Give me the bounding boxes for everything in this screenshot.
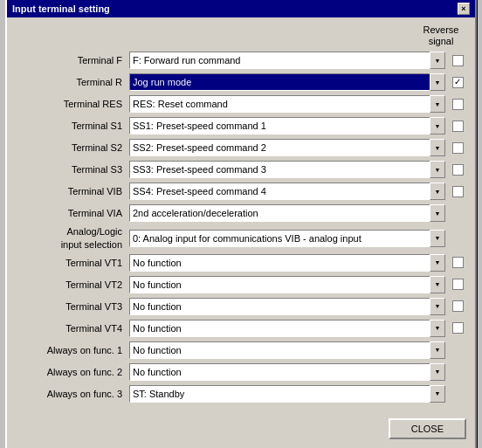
- select-wrapper-terminal-f: F: Forward run command: [129, 52, 445, 69]
- select-terminal-vt4[interactable]: No function: [129, 320, 445, 337]
- label-always-on-2: Always on func. 2: [16, 367, 129, 377]
- select-wrapper-terminal-via: 2nd acceleration/deceleration: [129, 204, 445, 222]
- select-terminal-r[interactable]: Jog run mode: [129, 73, 445, 91]
- checkbox-terminal-vt3[interactable]: [452, 300, 464, 312]
- label-terminal-f: Terminal F: [16, 55, 129, 65]
- checkbox-terminal-res[interactable]: [452, 99, 464, 110]
- checkbox-cell-terminal-s3: [449, 164, 466, 176]
- row-always-on-1: Always on func. 1No function: [16, 341, 466, 360]
- select-terminal-vt3[interactable]: No function: [129, 298, 445, 315]
- select-wrapper-always-on-1: No function: [129, 341, 445, 359]
- label-terminal-s2: Terminal S2: [16, 142, 129, 153]
- select-wrapper-analog-logic: 0: Analog input for communications VIB -…: [129, 230, 445, 247]
- row-terminal-r: Terminal RJog run mode: [16, 72, 466, 92]
- checkbox-cell-terminal-s2: [449, 142, 466, 154]
- dialog-title: Input terminal setting: [12, 3, 110, 14]
- select-wrapper-terminal-r: Jog run mode: [129, 73, 445, 91]
- select-terminal-vib[interactable]: SS4: Preset-speed command 4: [129, 183, 445, 200]
- select-always-on-1[interactable]: No function: [129, 341, 445, 359]
- row-terminal-vt3: Terminal VT3No function: [16, 297, 466, 316]
- label-terminal-r: Terminal R: [16, 77, 129, 87]
- row-analog-logic: Analog/Logicinput selection0: Analog inp…: [16, 225, 466, 251]
- row-always-on-2: Always on func. 2No function: [16, 362, 466, 382]
- row-terminal-s1: Terminal S1SS1: Preset-speed command 1: [16, 116, 466, 135]
- select-analog-logic[interactable]: 0: Analog input for communications VIB -…: [129, 230, 445, 247]
- label-always-on-3: Always on func. 3: [16, 389, 129, 399]
- checkbox-terminal-r[interactable]: [452, 77, 464, 88]
- label-terminal-vt1: Terminal VT1: [16, 258, 129, 268]
- checkbox-cell-terminal-res: [449, 99, 466, 110]
- title-bar-close-button[interactable]: ×: [458, 3, 470, 15]
- row-terminal-f: Terminal FF: Forward run command: [16, 51, 466, 70]
- select-wrapper-terminal-s1: SS1: Preset-speed command 1: [129, 117, 445, 134]
- label-terminal-vib: Terminal VIB: [16, 186, 129, 196]
- label-terminal-vt3: Terminal VT3: [16, 301, 129, 312]
- checkbox-cell-terminal-s1: [449, 121, 466, 132]
- label-terminal-vt2: Terminal VT2: [16, 279, 129, 290]
- select-terminal-vt2[interactable]: No function: [129, 276, 445, 293]
- select-wrapper-terminal-s2: SS2: Preset-speed command 2: [129, 139, 445, 156]
- row-terminal-vt1: Terminal VT1No function: [16, 253, 466, 272]
- select-wrapper-terminal-vt3: No function: [129, 298, 445, 315]
- row-terminal-res: Terminal RESRES: Reset command: [16, 94, 466, 114]
- select-terminal-s1[interactable]: SS1: Preset-speed command 1: [129, 117, 445, 134]
- label-analog-logic: Analog/Logicinput selection: [16, 225, 129, 251]
- reverse-signal-header: Reversesignal: [16, 24, 466, 47]
- checkbox-cell-terminal-vt3: [449, 300, 466, 312]
- row-terminal-s3: Terminal S3SS3: Preset-speed command 3: [16, 160, 466, 179]
- row-terminal-vt2: Terminal VT2No function: [16, 275, 466, 294]
- select-terminal-vt1[interactable]: No function: [129, 254, 445, 272]
- checkbox-cell-terminal-vt4: [449, 322, 466, 334]
- row-terminal-vt4: Terminal VT4No function: [16, 319, 466, 338]
- checkbox-cell-terminal-vt2: [449, 279, 466, 290]
- checkbox-terminal-vt2[interactable]: [452, 279, 464, 290]
- row-terminal-s2: Terminal S2SS2: Preset-speed command 2: [16, 138, 466, 157]
- checkbox-cell-terminal-r: [449, 77, 466, 88]
- select-terminal-s3[interactable]: SS3: Preset-speed command 3: [129, 161, 445, 178]
- row-terminal-vib: Terminal VIBSS4: Preset-speed command 4: [16, 182, 466, 201]
- checkbox-terminal-vib[interactable]: [452, 186, 464, 197]
- select-wrapper-terminal-vt4: No function: [129, 320, 445, 337]
- select-wrapper-terminal-vt1: No function: [129, 254, 445, 272]
- select-wrapper-always-on-2: No function: [129, 363, 445, 381]
- checkbox-cell-terminal-f: [449, 55, 466, 66]
- row-always-on-3: Always on func. 3ST: Standby: [16, 384, 466, 403]
- select-wrapper-always-on-3: ST: Standby: [129, 385, 445, 403]
- label-terminal-res: Terminal RES: [16, 99, 129, 109]
- checkbox-cell-terminal-vib: [449, 186, 466, 197]
- checkbox-terminal-s3[interactable]: [452, 164, 464, 176]
- title-bar: Input terminal setting ×: [7, 0, 475, 17]
- select-always-on-2[interactable]: No function: [129, 363, 445, 381]
- label-terminal-s3: Terminal S3: [16, 164, 129, 175]
- select-terminal-f[interactable]: F: Forward run command: [129, 52, 445, 69]
- select-terminal-res[interactable]: RES: Reset command: [129, 95, 445, 113]
- label-terminal-s1: Terminal S1: [16, 121, 129, 131]
- row-terminal-via: Terminal VIA2nd acceleration/deceleratio…: [16, 203, 466, 223]
- select-terminal-via[interactable]: 2nd acceleration/deceleration: [129, 204, 445, 222]
- checkbox-terminal-s2[interactable]: [452, 142, 464, 154]
- input-terminal-setting-dialog: Input terminal setting × Reversesignal T…: [5, 0, 477, 448]
- select-wrapper-terminal-vib: SS4: Preset-speed command 4: [129, 183, 445, 200]
- reverse-signal-label: Reversesignal: [419, 24, 463, 47]
- rows-container: Terminal FF: Forward run commandTerminal…: [16, 51, 466, 403]
- label-terminal-vt4: Terminal VT4: [16, 323, 129, 334]
- select-wrapper-terminal-s3: SS3: Preset-speed command 3: [129, 161, 445, 178]
- select-always-on-3[interactable]: ST: Standby: [129, 385, 445, 403]
- checkbox-terminal-vt1[interactable]: [452, 257, 464, 268]
- dialog-content: Reversesignal Terminal FF: Forward run c…: [7, 17, 475, 413]
- select-wrapper-terminal-vt2: No function: [129, 276, 445, 293]
- checkbox-cell-terminal-vt1: [449, 257, 466, 268]
- close-button[interactable]: CLOSE: [389, 418, 466, 439]
- label-always-on-1: Always on func. 1: [16, 345, 129, 355]
- checkbox-terminal-f[interactable]: [452, 55, 464, 66]
- select-terminal-s2[interactable]: SS2: Preset-speed command 2: [129, 139, 445, 156]
- label-terminal-via: Terminal VIA: [16, 208, 129, 218]
- checkbox-terminal-vt4[interactable]: [452, 322, 464, 334]
- select-wrapper-terminal-res: RES: Reset command: [129, 95, 445, 113]
- checkbox-terminal-s1[interactable]: [452, 121, 464, 132]
- dialog-footer: CLOSE: [7, 413, 475, 448]
